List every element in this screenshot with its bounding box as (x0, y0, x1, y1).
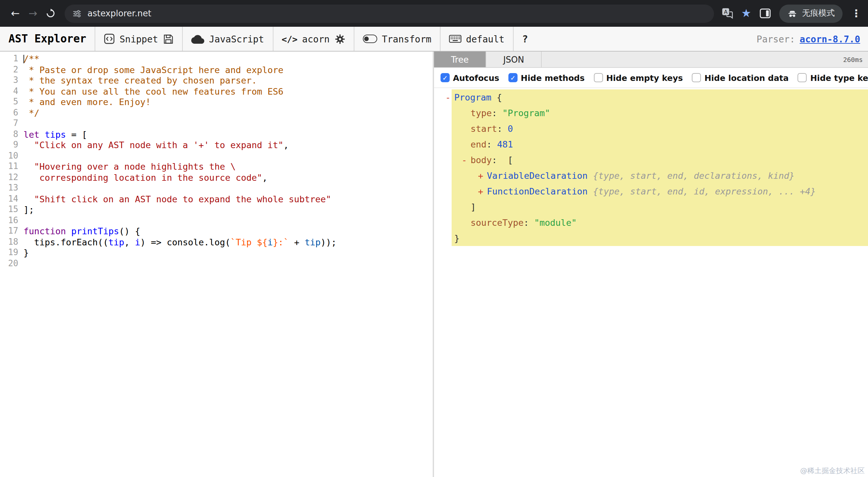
code-line[interactable]: ]; (24, 204, 433, 215)
code-line[interactable]: */ (24, 107, 433, 118)
address-bar[interactable]: astexplorer.net (65, 4, 714, 23)
code-line[interactable]: } (24, 247, 433, 258)
checkbox-checked[interactable]: ✓ (440, 73, 450, 82)
ast-node-name[interactable]: FunctionDeclaration (487, 186, 588, 196)
keymap-group: default (440, 27, 514, 51)
line-number: 5 (0, 97, 18, 107)
gear-icon (335, 34, 345, 44)
line-number: 13 (0, 183, 18, 193)
code-line[interactable]: "Shift click on an AST node to expand th… (24, 193, 433, 204)
parser-version-link[interactable]: acorn-8.7.0 (800, 34, 860, 44)
app-title-text: AST Explorer (8, 33, 86, 45)
tree-line: -Program { (452, 89, 868, 105)
code-line[interactable]: tips.forEach((tip, i) => console.log(`Ti… (24, 236, 433, 247)
option-label: Hide empty keys (606, 73, 683, 83)
option-label: Hide location data (705, 73, 789, 83)
checkbox-unchecked[interactable] (594, 73, 603, 82)
site-settings-icon[interactable] (72, 9, 82, 18)
collapse-toggle-icon[interactable]: - (444, 89, 452, 105)
line-number: 9 (0, 140, 18, 150)
help-button[interactable]: ? (522, 33, 528, 45)
line-number: 10 (0, 150, 18, 161)
expand-toggle-icon[interactable]: + (476, 168, 485, 183)
incognito-icon (787, 8, 798, 19)
code-line[interactable]: "Click on any AST node with a '+' to exp… (24, 140, 433, 150)
line-number: 17 (0, 226, 18, 236)
ast-node-name[interactable]: VariableDeclaration (487, 170, 588, 181)
parser-settings-button[interactable] (335, 34, 345, 44)
collapse-toggle-icon[interactable]: - (460, 152, 469, 168)
tree-line: end: 481 (452, 136, 868, 152)
transform-button[interactable]: Transform (363, 34, 431, 44)
line-number: 8 (0, 129, 18, 140)
option-hide-type-keys[interactable]: Hide type keys (798, 73, 868, 83)
url-text[interactable]: astexplorer.net (88, 8, 151, 18)
keymap-button[interactable]: default (449, 34, 504, 44)
app: ← → astexp (0, 0, 868, 477)
side-panel-icon[interactable] (760, 8, 771, 18)
line-number: 16 (0, 215, 18, 226)
code-line[interactable]: * Paste or drop some JavaScript here and… (24, 64, 433, 75)
code-line[interactable]: let tips = [ (24, 129, 433, 140)
tree-line: +VariableDeclaration {type, start, end, … (452, 168, 868, 183)
line-number: 19 (0, 247, 18, 258)
forward-button[interactable]: → (24, 5, 42, 22)
code-line[interactable]: * and even more. Enjoy! (24, 97, 433, 107)
translate-icon[interactable]: A (722, 8, 733, 19)
code-line[interactable] (24, 118, 433, 129)
tab-tree[interactable]: Tree (434, 52, 486, 67)
code-line[interactable] (24, 258, 433, 269)
code-line[interactable] (24, 215, 433, 226)
help-icon: ? (522, 33, 528, 45)
editor-code[interactable]: /** * Paste or drop some JavaScript here… (18, 52, 433, 477)
expand-toggle-icon[interactable]: + (476, 183, 485, 199)
parser-info: Parser: acorn-8.7.0 (749, 27, 868, 51)
language-group: JavaScript (183, 27, 273, 51)
code-line[interactable] (24, 183, 433, 193)
code-editor[interactable]: 1234567891011121314151617181920 /** * Pa… (0, 52, 433, 477)
ast-node-name[interactable]: Program (454, 92, 491, 102)
code-line[interactable]: function printTips() { (24, 226, 433, 236)
code-line[interactable]: * the syntax tree created by chosen pars… (24, 75, 433, 86)
checkbox-checked[interactable]: ✓ (508, 73, 518, 82)
reload-button[interactable] (42, 5, 59, 22)
parser-group: </> acorn (273, 27, 354, 51)
code-line[interactable] (24, 150, 433, 161)
cloud-icon (191, 34, 204, 44)
code-line[interactable]: "Hovering over a node highlights the \ (24, 161, 433, 172)
save-button[interactable] (163, 34, 174, 44)
option-label: Hide methods (521, 73, 585, 83)
language-label: JavaScript (209, 34, 264, 44)
back-button[interactable]: ← (6, 5, 24, 22)
line-number: 20 (0, 258, 18, 269)
checkbox-unchecked[interactable] (692, 73, 701, 82)
language-button[interactable]: JavaScript (191, 34, 264, 44)
option-autofocus[interactable]: ✓Autofocus (440, 73, 499, 83)
snippet-button[interactable]: Snippet (104, 33, 158, 44)
app-title: AST Explorer (0, 27, 95, 51)
code-line[interactable]: * You can use all the cool new features … (24, 86, 433, 97)
browser-actions: A ★ 无痕模式 ⋮ (722, 4, 862, 23)
ast-tree[interactable]: -Program {type: "Program"start: 0end: 48… (434, 88, 868, 477)
menu-icon[interactable]: ⋮ (851, 7, 862, 20)
line-number: 11 (0, 161, 18, 172)
code-line[interactable]: corresponding location in the source cod… (24, 172, 433, 183)
line-number: 4 (0, 86, 18, 97)
option-hide-empty-keys[interactable]: Hide empty keys (594, 73, 683, 83)
tree-line: ] (452, 199, 868, 215)
tree-line: -body: [ (452, 152, 868, 168)
parse-time-badge: 260ms (843, 56, 868, 63)
parser-prefix-label: Parser: (757, 34, 795, 44)
parser-name-label: acorn (302, 34, 330, 44)
parser-button[interactable]: </> acorn (282, 34, 330, 44)
option-hide-methods[interactable]: ✓Hide methods (508, 73, 585, 83)
tab-json[interactable]: JSON (486, 52, 542, 67)
option-label: Autofocus (453, 73, 499, 83)
tree-panel: TreeJSON 260ms ✓Autofocus✓Hide methodsHi… (434, 52, 868, 477)
checkbox-unchecked[interactable] (798, 73, 807, 82)
reload-icon (46, 8, 56, 18)
code-line[interactable]: /** (24, 54, 433, 64)
option-hide-location-data[interactable]: Hide location data (692, 73, 789, 83)
bookmark-star-icon[interactable]: ★ (741, 8, 751, 19)
tree-line: } (452, 230, 868, 246)
